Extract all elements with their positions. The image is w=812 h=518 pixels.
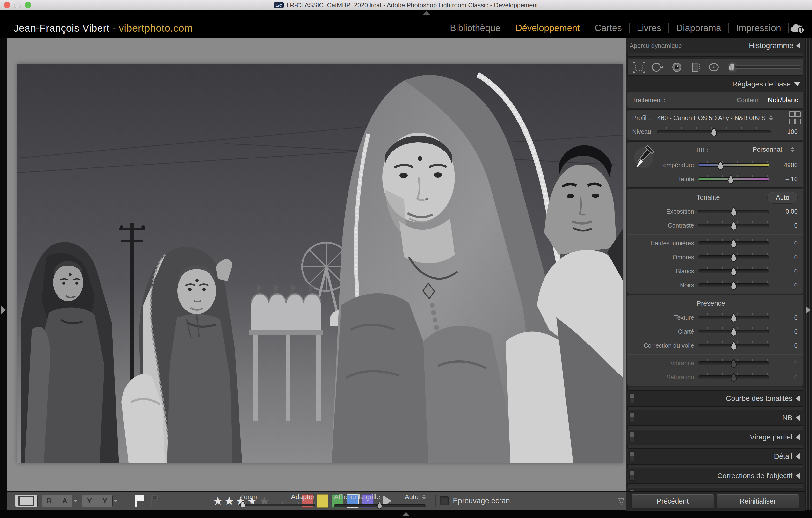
blacks-value[interactable]: 0 <box>769 281 800 289</box>
dehaze-label: Correction du voile <box>627 342 698 349</box>
reset-button[interactable]: Réinitialiser <box>717 494 799 509</box>
hide-right-panel-arrow-icon[interactable] <box>806 306 810 314</box>
collapse-arrow-icon <box>796 434 800 440</box>
loupe-view-button[interactable] <box>15 494 38 507</box>
profile-value[interactable]: 460 - Canon EOS 5D Any - N&B 009 S <box>657 114 765 122</box>
toolbar-options-dropdown-icon[interactable]: ▽ <box>618 496 625 506</box>
grid-mode-updown-icon[interactable] <box>422 494 426 500</box>
flag-reject-icon[interactable] <box>150 494 160 507</box>
contrast-value[interactable]: 0 <box>769 222 800 229</box>
profile-box: Profil : 460 - Canon EOS 5D Any - N&B 00… <box>627 110 803 141</box>
cloud-sync-status-icon[interactable] <box>790 22 805 35</box>
basic-panel-header[interactable]: Réglages de base <box>626 78 805 91</box>
panel-toggle-switch[interactable] <box>629 470 634 481</box>
bw-amount-label: Niveau <box>627 128 657 135</box>
histogram-collapsed-strip[interactable] <box>627 53 803 57</box>
reference-view-dropdown-icon[interactable] <box>74 500 78 502</box>
color-label-yellow[interactable] <box>317 494 328 508</box>
right-panel-edge-strip <box>805 38 812 510</box>
adjustment-brush-tool-icon[interactable] <box>727 61 803 73</box>
graduated-filter-tool-icon[interactable] <box>689 61 701 73</box>
exposure-value[interactable]: 0,00 <box>769 208 800 215</box>
bw-amount-slider[interactable] <box>657 126 771 137</box>
grid-label: Afficher la grille : <box>334 493 384 501</box>
window-titlebar: LrC LR-CLASSIC_CatMBP_2020.lrcat - Adobe… <box>0 0 812 10</box>
module-cartes[interactable]: Cartes <box>587 23 629 33</box>
wb-updown-icon[interactable] <box>790 147 794 152</box>
clarity-value[interactable]: 0 <box>769 328 800 335</box>
panel-toggle-switch[interactable] <box>629 413 634 423</box>
tint-slider[interactable] <box>698 174 769 184</box>
shadows-value[interactable]: 0 <box>769 253 800 261</box>
contrast-slider[interactable] <box>698 220 769 231</box>
saturation-value: 0 <box>769 373 800 381</box>
texture-slider[interactable] <box>698 312 769 323</box>
auto-tone-button[interactable]: Auto <box>767 192 798 204</box>
panel-detail[interactable]: Détail <box>627 450 803 463</box>
panel-lens-corrections[interactable]: Corrections de l'objectif <box>627 469 803 483</box>
grid-mode-value[interactable]: Auto <box>405 493 418 501</box>
crop-tool-icon[interactable] <box>633 61 645 73</box>
whites-value[interactable]: 0 <box>769 268 800 275</box>
treatment-bw-option[interactable]: Noir/blanc <box>768 96 798 104</box>
grid-size-slider[interactable] <box>334 505 426 507</box>
grid-slider-thumb[interactable] <box>377 501 383 510</box>
zoom-label[interactable]: Zoom <box>240 493 257 501</box>
dehaze-slider[interactable] <box>698 340 769 351</box>
clarity-slider[interactable] <box>698 326 769 337</box>
shadows-slider[interactable] <box>698 252 769 263</box>
panel-tone-curve[interactable]: Courbe des tonalités <box>627 392 803 405</box>
reference-view-button[interactable]: RA <box>41 494 72 507</box>
red-eye-tool-icon[interactable] <box>671 61 683 73</box>
show-filmstrip-arrow-icon[interactable] <box>402 512 410 516</box>
dehaze-value[interactable]: 0 <box>769 342 800 349</box>
zoom-slider-thumb[interactable] <box>240 500 246 509</box>
histogram-panel-header[interactable]: Histogramme <box>749 41 801 50</box>
soft-proof-label: Epreuvage écran <box>453 496 510 505</box>
fit-label[interactable]: Adapter <box>291 493 315 501</box>
highlights-value[interactable]: 0 <box>769 239 800 247</box>
develop-right-panel: Aperçu dynamique Histogramme <box>626 38 805 510</box>
blacks-slider[interactable] <box>698 280 769 291</box>
before-after-view-dropdown-icon[interactable] <box>114 500 118 502</box>
soft-proof-checkbox[interactable] <box>440 496 448 505</box>
flag-pick-icon[interactable] <box>134 494 145 508</box>
bw-amount-value[interactable]: 100 <box>771 128 800 135</box>
highlights-slider[interactable] <box>698 238 769 248</box>
radial-filter-tool-icon[interactable] <box>707 61 720 73</box>
profile-updown-icon[interactable] <box>769 115 773 121</box>
zoom-window-button[interactable] <box>25 2 31 8</box>
show-left-panel-arrow-icon[interactable] <box>1 306 6 314</box>
profile-browser-icon[interactable] <box>789 111 799 124</box>
texture-value[interactable]: 0 <box>769 314 800 321</box>
wb-value[interactable]: Personnal. <box>753 146 784 153</box>
develop-toolbar: RA YY ★★★★★ <box>7 491 626 511</box>
exposure-slider[interactable] <box>698 206 769 217</box>
module-diaporama[interactable]: Diaporama <box>669 23 728 33</box>
previous-button[interactable]: Précédent <box>632 494 714 509</box>
photo-canvas[interactable] <box>18 64 623 463</box>
panel-toggle-switch[interactable] <box>629 451 634 461</box>
tint-value[interactable]: – 10 <box>769 175 800 183</box>
identity-plate: Jean-François Vibert - vibertphoto.com <box>13 23 193 34</box>
zoom-control: Zoom Adapter <box>240 493 315 506</box>
panel-bw[interactable]: NB <box>627 411 803 425</box>
spot-removal-tool-icon[interactable] <box>651 61 665 73</box>
module-livres[interactable]: Livres <box>630 23 668 33</box>
panel-split-toning[interactable]: Virage partiel <box>627 430 803 444</box>
close-window-button[interactable] <box>4 2 10 8</box>
module-impression[interactable]: Impression <box>729 23 788 33</box>
before-after-view-button[interactable]: YY <box>82 494 113 507</box>
treatment-color-option[interactable]: Couleur <box>736 96 759 104</box>
presence-title: Présence <box>696 300 725 307</box>
whites-slider[interactable] <box>698 266 769 276</box>
panel-toggle-switch[interactable] <box>629 393 634 403</box>
zoom-slider[interactable] <box>240 504 315 506</box>
module-bibliotheque[interactable]: Bibliothèque <box>443 23 508 33</box>
temp-value[interactable]: 4900 <box>769 161 800 169</box>
module-developpement[interactable]: Développement <box>508 23 587 33</box>
temp-slider[interactable] <box>698 160 769 170</box>
minimize-window-button[interactable] <box>14 2 21 8</box>
hide-top-panel-arrow-icon[interactable] <box>423 11 430 15</box>
panel-toggle-switch[interactable] <box>629 432 634 442</box>
